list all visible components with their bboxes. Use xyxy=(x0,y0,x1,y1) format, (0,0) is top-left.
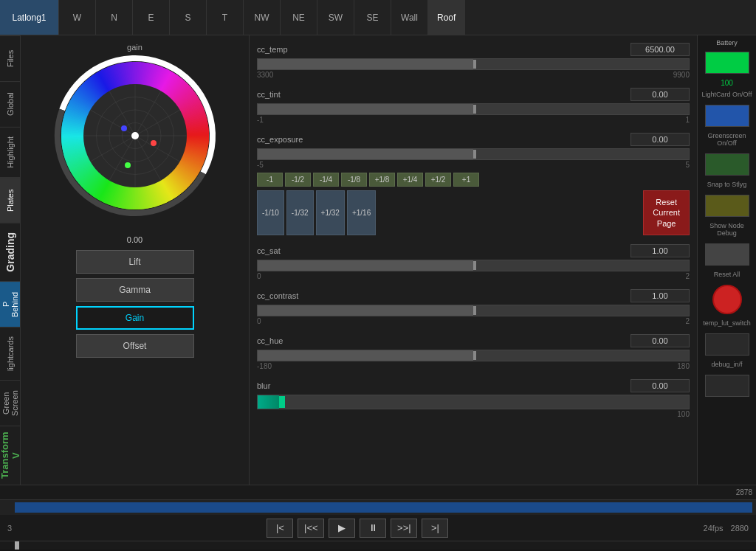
exp-btn-neg1-16[interactable]: -1/10 xyxy=(257,190,284,235)
param-value-blur[interactable]: 0.00 xyxy=(630,379,690,392)
main-area: Files Global Highlight Plates Grading P … xyxy=(0,35,756,485)
wheel-value: 0.00 xyxy=(127,235,142,244)
battery-value: 100 xyxy=(701,79,752,87)
tab-sw[interactable]: SW xyxy=(317,0,354,35)
param-value-cc-sat[interactable]: 1.00 xyxy=(630,244,690,257)
tab-e[interactable]: E xyxy=(133,0,170,35)
gain-button[interactable]: Gain xyxy=(76,306,194,330)
tab-nw[interactable]: NW xyxy=(244,0,281,35)
sidebar-item-highlight[interactable]: Highlight xyxy=(0,127,20,177)
temp-lut-swatch[interactable] xyxy=(705,333,749,356)
sidebar-item-lightcards[interactable]: lightcards xyxy=(0,327,20,380)
transport-controls: |< |<< ▶ ⏸ >>| >| xyxy=(267,519,448,538)
param-value-cc-exposure[interactable]: 0.00 xyxy=(630,133,690,146)
debug-label[interactable]: debug_in/f xyxy=(701,361,752,368)
tab-bar: Latlong1 W N E S T NW NE SW SE Wall Roof xyxy=(0,0,756,35)
slider-max-blur: 100 xyxy=(677,410,690,418)
temp-lut-label[interactable]: temp_lut_switch xyxy=(701,319,752,327)
exp-btn-pos1[interactable]: +1 xyxy=(453,173,479,187)
exp-btn-pos1-2[interactable]: +1/2 xyxy=(425,173,451,187)
param-value-cc-contrast[interactable]: 1.00 xyxy=(630,289,690,302)
slider-min-cc-temp: 3300 xyxy=(257,71,273,79)
slider-max-cc-sat: 2 xyxy=(685,272,690,280)
param-value-cc-temp[interactable]: 6500.00 xyxy=(630,43,690,56)
exp-btn-pos1-8[interactable]: +1/8 xyxy=(369,173,395,187)
greenscreen-label[interactable]: Greenscreen On/Off xyxy=(701,132,752,147)
tab-t[interactable]: T xyxy=(207,0,244,35)
timeline-blue-bar xyxy=(15,502,752,513)
sidebar-item-transform[interactable]: Transform V xyxy=(0,426,20,485)
color-wheel[interactable] xyxy=(54,55,216,232)
scrub-bar[interactable] xyxy=(0,541,756,550)
lightcard-swatch[interactable] xyxy=(705,105,749,127)
tab-s[interactable]: S xyxy=(170,0,207,35)
slider-min-cc-exposure: -5 xyxy=(257,161,264,169)
sidebar-item-files[interactable]: Files xyxy=(0,35,20,81)
slider-cc-temp[interactable] xyxy=(257,58,690,70)
transport-next-button[interactable]: >>| xyxy=(391,519,417,538)
reset-all-label: Reset All xyxy=(701,271,752,278)
exp-btn-neg1-2[interactable]: -1/2 xyxy=(285,173,311,187)
exp-btn-neg1[interactable]: -1 xyxy=(257,173,283,187)
sidebar-item-pbehind[interactable]: P Behind xyxy=(0,281,20,327)
sidebar-item-plates[interactable]: Plates xyxy=(0,177,20,223)
tab-w[interactable]: W xyxy=(59,0,96,35)
offset-button[interactable]: Offset xyxy=(76,334,194,358)
sidebar-item-grading[interactable]: Grading xyxy=(0,223,20,281)
param-value-cc-tint[interactable]: 0.00 xyxy=(630,88,690,101)
transport-first-button[interactable]: |< xyxy=(267,519,293,538)
exp-btn-neg1-8[interactable]: -1/8 xyxy=(341,173,367,187)
wheel-label: gain xyxy=(127,43,142,52)
sidebar-item-global[interactable]: Global xyxy=(0,81,20,127)
battery-swatch xyxy=(705,52,749,74)
tab-se[interactable]: SE xyxy=(354,0,391,35)
greenscreen-swatch[interactable] xyxy=(705,153,749,176)
exp-btn-pos1-4[interactable]: +1/4 xyxy=(397,173,423,187)
param-row-cc-sat: cc_sat 1.00 0 2 xyxy=(257,244,690,280)
slider-cc-sat[interactable] xyxy=(257,260,690,271)
transport-play-button[interactable]: ▶ xyxy=(329,519,355,538)
debug-swatch[interactable] xyxy=(705,375,749,397)
bottom-area: 2878 3 |< |<< ▶ ⏸ >>| >| 24fps 2880 xyxy=(0,485,756,551)
reset-all-button[interactable] xyxy=(712,285,742,314)
exposure-buttons-row1: -1 -1/2 -1/4 -1/8 +1/8 +1/4 +1/2 +1 xyxy=(257,173,690,187)
right-panel: cc_temp 6500.00 3300 9900 cc_tint 0.00 xyxy=(250,35,697,485)
param-name-cc-sat: cc_sat xyxy=(257,246,281,255)
gamma-button[interactable]: Gamma xyxy=(76,278,194,302)
slider-cc-exposure[interactable] xyxy=(257,148,690,160)
param-name-cc-hue: cc_hue xyxy=(257,336,283,345)
slider-max-cc-temp: 9900 xyxy=(673,71,690,79)
slider-cc-tint[interactable] xyxy=(257,103,690,115)
fps-label: 24fps xyxy=(704,524,724,533)
param-value-cc-hue[interactable]: 0.00 xyxy=(630,334,690,347)
snap-label[interactable]: Snap to Stlyg xyxy=(701,181,752,188)
slider-min-cc-sat: 0 xyxy=(257,272,261,280)
exp-btn-pos1-16[interactable]: +1/16 xyxy=(347,190,376,235)
lift-button[interactable]: Lift xyxy=(76,250,194,274)
slider-max-cc-tint: 1 xyxy=(685,116,690,124)
exp-btn-pos1-32[interactable]: +1/32 xyxy=(316,190,345,235)
slider-cc-hue[interactable] xyxy=(257,350,690,361)
tab-wall[interactable]: Wall xyxy=(391,0,428,35)
sidebar-item-greenscreen[interactable]: Green Screen xyxy=(0,380,20,426)
tab-latlong1[interactable]: Latlong1 xyxy=(0,0,59,35)
tab-n[interactable]: N xyxy=(96,0,133,35)
node-debug-swatch[interactable] xyxy=(705,243,749,266)
timeline-num: 2878 xyxy=(736,488,752,496)
tab-ne[interactable]: NE xyxy=(281,0,317,35)
timeline-bar: 2878 xyxy=(0,485,756,500)
snap-swatch[interactable] xyxy=(705,195,749,217)
exp-btn-neg1-4[interactable]: -1/4 xyxy=(313,173,339,187)
exp-btn-neg1-32[interactable]: -1/32 xyxy=(286,190,314,235)
reset-current-page-button[interactable]: ResetCurrentPage xyxy=(643,190,690,235)
timeline-track[interactable] xyxy=(0,500,756,515)
transport-pause-button[interactable]: ⏸ xyxy=(360,519,386,538)
lightcard-label[interactable]: LightCard On/Off xyxy=(701,91,752,98)
slider-blur[interactable] xyxy=(257,395,690,409)
transport-prev-button[interactable]: |<< xyxy=(298,519,324,538)
node-debug-label[interactable]: Show Node Debug xyxy=(701,222,752,237)
transport-last-button[interactable]: >| xyxy=(422,519,448,538)
tab-roof[interactable]: Roof xyxy=(428,0,465,35)
slider-cc-contrast[interactable] xyxy=(257,305,690,316)
param-row-cc-contrast: cc_contrast 1.00 0 2 xyxy=(257,289,690,325)
